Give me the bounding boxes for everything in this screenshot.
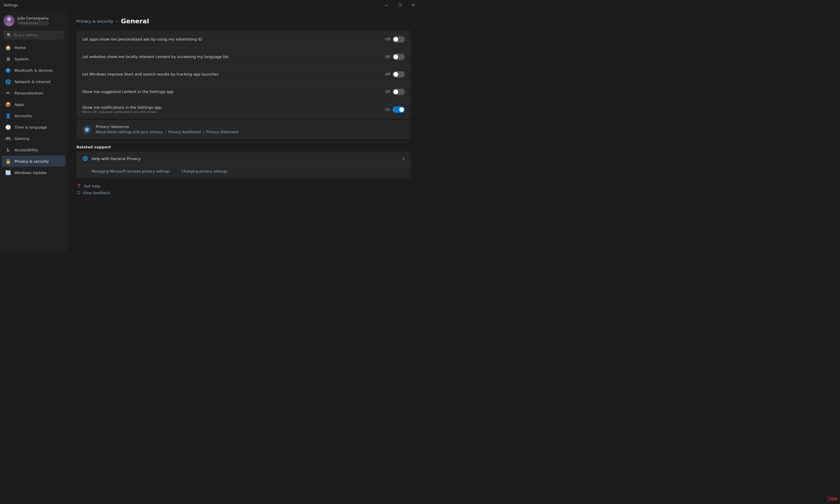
footer-links: ❓ Get help 🗨 Give feedback — [76, 184, 411, 195]
privacy-resources-content: Privacy resources About these settings a… — [96, 124, 239, 134]
privacy-resources-links: About these settings and your privacy | … — [96, 130, 239, 134]
network-icon: 🌐 — [5, 79, 11, 85]
toggle-notifications[interactable] — [392, 106, 405, 113]
titlebar: Settings — ❐ ✕ — [0, 0, 420, 11]
main-content: Privacy & security > General Let apps sh… — [67, 11, 420, 252]
toggle-group-tracking: Off — [385, 71, 405, 77]
toggle-knob-language — [393, 55, 398, 59]
settings-card: Let apps show me personalized ads by usi… — [76, 31, 411, 119]
setting-label-notifications: Show me notifications in the Settings ap… — [82, 105, 385, 114]
toggle-language[interactable] — [392, 54, 405, 60]
sidebar-item-gaming[interactable]: 🎮 Gaming — [2, 133, 65, 144]
sidebar-item-time[interactable]: 🕐 Time & language — [2, 122, 65, 133]
setting-row-suggested: Show me suggested content in the Setting… — [76, 83, 411, 101]
toggle-label-ads: Off — [385, 37, 390, 41]
sidebar-item-accessibility[interactable]: ♿ Accessibility — [2, 144, 65, 155]
shield-icon — [82, 125, 92, 134]
sidebar-label-apps: Apps — [15, 102, 24, 107]
setting-row-language: Let websites show me locally relevant co… — [76, 48, 411, 66]
setting-label-ads: Let apps show me personalized ads by usi… — [82, 37, 385, 41]
sidebar-label-gaming: Gaming — [15, 137, 30, 141]
user-name: João Carrasqueira — [18, 16, 49, 20]
accessibility-icon: ♿ — [5, 147, 11, 153]
toggle-knob-tracking — [393, 72, 398, 77]
restore-button[interactable]: ❐ — [393, 0, 407, 11]
privacy-statement-link[interactable]: Privacy Statement — [206, 130, 238, 134]
sidebar-item-privacy[interactable]: 🔒 Privacy & security — [2, 156, 65, 167]
toggle-label-language: Off — [385, 55, 390, 59]
toggle-group-language: Off — [385, 54, 405, 60]
search-box[interactable]: 🔍 — [3, 31, 64, 39]
sidebar-label-system: System — [15, 57, 29, 61]
personalization-icon: ✏️ — [5, 90, 11, 96]
toggle-suggested[interactable] — [392, 89, 405, 95]
breadcrumb-parent[interactable]: Privacy & security — [76, 19, 113, 24]
toggle-tracking[interactable] — [392, 71, 405, 77]
gaming-icon: 🎮 — [5, 136, 11, 141]
sidebar-label-personalization: Personalization — [15, 91, 43, 95]
time-icon: 🕐 — [5, 124, 11, 130]
app-body: João Carrasqueira •••••••••• 🔍 🏠 Home 🖥 … — [0, 11, 420, 252]
breadcrumb: Privacy & security > General — [76, 17, 411, 25]
app-title: Settings — [3, 3, 18, 7]
manage-privacy-link[interactable]: Managing Microsoft account privacy setti… — [92, 169, 170, 174]
accounts-icon: 👤 — [5, 113, 11, 119]
sidebar-label-network: Network & internet — [15, 79, 51, 84]
toggle-knob-ads — [393, 37, 398, 42]
toggle-group-notifications: On — [385, 106, 405, 113]
sidebar-item-system[interactable]: 🖥 System — [2, 53, 65, 65]
support-item-label: Help with General Privacy — [92, 157, 141, 161]
support-links: Managing Microsoft account privacy setti… — [76, 166, 411, 178]
about-settings-link[interactable]: About these settings and your privacy — [96, 130, 162, 134]
sidebar-label-bluetooth: Bluetooth & devices — [15, 68, 53, 73]
sidebar-item-bluetooth[interactable]: 🔷 Bluetooth & devices — [2, 65, 65, 76]
toggle-group-ads: Off — [385, 36, 405, 42]
toggle-ads[interactable] — [392, 36, 405, 42]
setting-row-ads: Let apps show me personalized ads by usi… — [76, 31, 411, 48]
setting-label-tracking: Let Windows improve Start and search res… — [82, 72, 385, 76]
sidebar-item-accounts[interactable]: 👤 Accounts — [2, 110, 65, 121]
privacy-dashboard-link[interactable]: Privacy dashboard — [168, 130, 201, 134]
system-icon: 🖥 — [5, 56, 11, 62]
toggle-label-suggested: Off — [385, 90, 390, 94]
breadcrumb-separator: > — [116, 19, 118, 23]
get-help-link[interactable]: ❓ Get help — [76, 184, 411, 188]
privacy-resources-card: Privacy resources About these settings a… — [76, 120, 411, 139]
sidebar-label-windows-update: Windows Update — [15, 170, 46, 175]
help-icon: ❓ — [76, 184, 81, 188]
toggle-knob-suggested — [393, 89, 398, 94]
give-feedback-link[interactable]: 🗨 Give feedback — [76, 191, 411, 195]
sidebar-item-windows-update[interactable]: 🔄 Windows Update — [2, 167, 65, 178]
user-subtitle: •••••••••• — [18, 21, 49, 25]
user-info: João Carrasqueira •••••••••• — [18, 16, 49, 25]
sidebar-item-apps[interactable]: 📦 Apps — [2, 99, 65, 110]
support-card: 🌐 Help with General Privacy ∧ Managing M… — [76, 151, 411, 178]
chevron-up-icon: ∧ — [402, 157, 405, 161]
setting-label-language: Let websites show me locally relevant co… — [82, 55, 385, 59]
change-privacy-link[interactable]: Changing privacy settings — [181, 169, 227, 174]
home-icon: 🏠 — [5, 44, 11, 50]
sidebar-item-home[interactable]: 🏠 Home — [2, 42, 65, 53]
toggle-label-notifications: On — [385, 108, 390, 112]
related-support-title: Related support — [76, 145, 411, 149]
feedback-icon: 🗨 — [76, 191, 80, 195]
close-button[interactable]: ✕ — [407, 0, 420, 11]
support-header[interactable]: 🌐 Help with General Privacy ∧ — [76, 151, 411, 166]
user-profile[interactable]: João Carrasqueira •••••••••• — [0, 11, 67, 30]
sidebar-item-network[interactable]: 🌐 Network & internet — [2, 76, 65, 87]
sidebar-label-home: Home — [15, 46, 26, 50]
sidebar-item-personalization[interactable]: ✏️ Personalization — [2, 87, 65, 98]
bluetooth-icon: 🔷 — [5, 67, 11, 73]
support-header-left: 🌐 Help with General Privacy — [82, 156, 141, 161]
search-input[interactable] — [14, 33, 60, 37]
sidebar-label-privacy: Privacy & security — [15, 159, 49, 164]
globe-icon: 🌐 — [82, 156, 88, 161]
setting-label-suggested: Show me suggested content in the Setting… — [82, 89, 385, 94]
search-icon: 🔍 — [7, 33, 11, 37]
window-controls: — ❐ ✕ — [380, 0, 420, 11]
breadcrumb-current: General — [121, 17, 149, 25]
minimize-button[interactable]: — — [380, 0, 393, 11]
avatar — [3, 15, 15, 26]
apps-icon: 📦 — [5, 102, 11, 107]
toggle-label-tracking: Off — [385, 72, 390, 76]
